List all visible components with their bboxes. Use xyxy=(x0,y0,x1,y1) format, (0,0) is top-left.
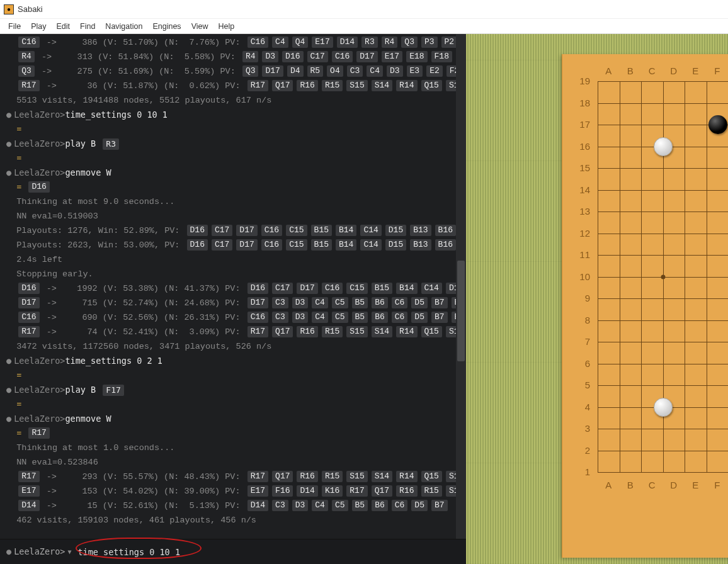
move-chip: C14 xyxy=(360,225,381,236)
menu-edit[interactable]: Edit xyxy=(52,21,74,32)
move-chip: B14 xyxy=(396,283,417,294)
move-chip: Q15 xyxy=(421,80,442,91)
move-chip: Q17 xyxy=(372,485,392,497)
coord-row: 5 xyxy=(574,380,595,402)
menu-file[interactable]: File xyxy=(4,21,25,32)
coord-col: D xyxy=(663,480,685,490)
move-chip: D14 xyxy=(337,37,358,48)
coord-col: F xyxy=(707,65,729,76)
coord-row: 6 xyxy=(574,358,595,380)
move-chip: Q17 xyxy=(272,471,293,482)
coord-col: C xyxy=(641,480,663,490)
move-chip: D17 xyxy=(297,283,317,294)
board-pane: ABCDEF 19181716151413121110987654321 ABC… xyxy=(466,34,728,564)
white-stone[interactable] xyxy=(654,137,673,156)
move-chip: C16 xyxy=(18,37,39,48)
board-grid[interactable]: 19181716151413121110987654321 xyxy=(598,81,728,472)
move-chip: B6 xyxy=(372,312,388,323)
move-chip: C3 xyxy=(272,297,288,308)
menu-engines[interactable]: Engines xyxy=(148,21,185,32)
console-input[interactable] xyxy=(77,547,266,557)
move-chip: Q4 xyxy=(292,37,309,48)
move-chip: R17 xyxy=(247,80,268,91)
app-icon: ● xyxy=(4,4,14,14)
move-chip: C16 xyxy=(332,51,353,62)
move-chip: R15 xyxy=(421,485,442,497)
scrollbar[interactable] xyxy=(456,34,466,539)
coord-row: 17 xyxy=(574,119,595,141)
move-chip: C17 xyxy=(272,283,293,294)
white-stone[interactable] xyxy=(654,398,673,417)
move-chip: D14 xyxy=(297,485,317,497)
coord-row: 14 xyxy=(574,184,595,206)
title-bar: ● Sabaki xyxy=(0,0,728,19)
move-chip: B5 xyxy=(352,312,368,323)
menu-play[interactable]: Play xyxy=(26,21,50,32)
move-chip: C16 xyxy=(261,239,282,251)
coord-row: 18 xyxy=(574,98,595,120)
menu-help[interactable]: Help xyxy=(214,21,239,32)
move-chip: D17 xyxy=(247,297,268,308)
go-board[interactable]: ABCDEF 19181716151413121110987654321 ABC… xyxy=(562,54,728,558)
move-chip: F16 xyxy=(272,485,293,497)
move-chip: R16 xyxy=(297,471,317,482)
move-chip: C4 xyxy=(312,312,328,323)
move-chip: C15 xyxy=(286,225,307,236)
coords-bottom: ABCDEF xyxy=(574,480,728,490)
move-chip: C6 xyxy=(392,312,408,323)
move-chip: B7 xyxy=(431,500,448,511)
move-chip: R17 xyxy=(18,471,39,482)
menu-find[interactable]: Find xyxy=(76,21,100,32)
move-chip: R17 xyxy=(247,326,268,337)
move-chip: S15 xyxy=(346,326,367,337)
move-chip: R16 xyxy=(297,326,317,337)
move-chip: S15 xyxy=(346,80,367,91)
move-chip: D16 xyxy=(187,239,208,251)
window-title: Sabaki xyxy=(18,4,43,14)
move-chip: R15 xyxy=(322,471,343,482)
move-chip: R14 xyxy=(396,326,417,337)
move-chip: Q15 xyxy=(421,326,442,337)
move-chip: R4 xyxy=(242,51,259,62)
move-chip: E17 xyxy=(247,485,268,497)
move-chip: D3 xyxy=(292,500,309,511)
prompt-bullet: ● xyxy=(6,544,11,559)
move-chip: R17 xyxy=(28,427,49,439)
move-chip: C3 xyxy=(272,500,288,511)
move-chip: C16 xyxy=(247,37,268,48)
move-chip: Q3 xyxy=(18,65,35,77)
move-chip: B6 xyxy=(372,500,388,511)
menu-view[interactable]: View xyxy=(187,21,213,32)
move-chip: Q3 xyxy=(242,65,259,77)
dropdown-icon[interactable]: ▼ xyxy=(67,544,71,559)
move-chip: D15 xyxy=(385,225,406,236)
move-chip: B13 xyxy=(410,225,431,236)
move-chip: R16 xyxy=(297,80,317,91)
coord-row: 15 xyxy=(574,162,595,184)
move-chip: D3 xyxy=(262,51,278,62)
move-chip: R3 xyxy=(361,37,378,48)
scrollbar-thumb[interactable] xyxy=(457,261,465,361)
prompt-engine: LeelaZero> xyxy=(14,544,65,559)
move-chip: E18 xyxy=(406,51,427,62)
move-chip: C4 xyxy=(312,297,328,308)
move-chip: C14 xyxy=(421,283,442,294)
move-chip: D3 xyxy=(292,297,309,308)
move-chip: D16 xyxy=(28,181,49,193)
move-chip: R4 xyxy=(382,37,398,48)
move-chip: B5 xyxy=(352,297,368,308)
menu-navigation[interactable]: Navigation xyxy=(101,21,147,32)
move-chip: R15 xyxy=(322,80,343,91)
move-chip: R17 xyxy=(346,485,367,497)
coord-row: 7 xyxy=(574,336,595,358)
black-stone[interactable] xyxy=(708,115,727,134)
move-chip: D17 xyxy=(236,239,257,251)
move-chip: D5 xyxy=(411,500,428,511)
move-chip: C17 xyxy=(212,225,232,236)
move-chip: C3 xyxy=(272,312,288,323)
coord-col: A xyxy=(598,480,620,490)
move-chip: S14 xyxy=(372,471,392,482)
coord-row: 9 xyxy=(574,293,595,315)
move-chip: Q3 xyxy=(401,37,418,48)
coord-row: 10 xyxy=(574,271,595,293)
